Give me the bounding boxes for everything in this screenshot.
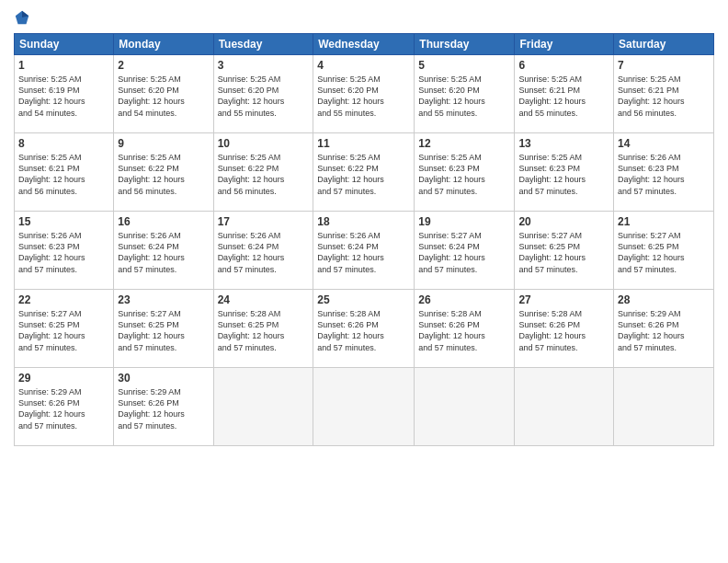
day-info: Sunrise: 5:25 AM Sunset: 6:23 PM Dayligh… [518,152,609,197]
calendar-cell: 28Sunrise: 5:29 AM Sunset: 6:26 PM Dayli… [614,290,714,368]
day-number: 4 [317,58,410,73]
page: SundayMondayTuesdayWednesdayThursdayFrid… [0,0,728,563]
day-info: Sunrise: 5:27 AM Sunset: 6:25 PM Dayligh… [518,230,609,275]
day-info: Sunrise: 5:25 AM Sunset: 6:21 PM Dayligh… [618,74,710,119]
calendar-cell: 21Sunrise: 5:27 AM Sunset: 6:25 PM Dayli… [614,212,714,290]
calendar-cell [213,368,313,446]
day-info: Sunrise: 5:25 AM Sunset: 6:21 PM Dayligh… [518,74,609,119]
calendar-header-monday: Monday [114,34,213,55]
calendar-cell [515,368,614,446]
day-info: Sunrise: 5:27 AM Sunset: 6:25 PM Dayligh… [118,308,209,353]
day-info: Sunrise: 5:25 AM Sunset: 6:22 PM Dayligh… [218,152,310,197]
calendar-cell: 14Sunrise: 5:26 AM Sunset: 6:23 PM Dayli… [614,133,714,212]
day-number: 7 [618,58,710,73]
day-info: Sunrise: 5:27 AM Sunset: 6:25 PM Dayligh… [18,308,109,353]
calendar-cell: 15Sunrise: 5:26 AM Sunset: 6:23 PM Dayli… [15,212,114,290]
calendar-header-tuesday: Tuesday [213,34,313,55]
logo-icon [14,9,30,26]
day-number: 3 [218,58,310,73]
calendar-cell: 18Sunrise: 5:26 AM Sunset: 6:24 PM Dayli… [313,212,415,290]
day-number: 27 [518,293,609,307]
day-info: Sunrise: 5:29 AM Sunset: 6:26 PM Dayligh… [118,386,209,431]
calendar-cell: 2Sunrise: 5:25 AM Sunset: 6:20 PM Daylig… [114,55,213,133]
day-info: Sunrise: 5:26 AM Sunset: 6:24 PM Dayligh… [317,230,410,275]
day-number: 8 [18,136,109,151]
day-info: Sunrise: 5:27 AM Sunset: 6:25 PM Dayligh… [618,230,710,275]
day-info: Sunrise: 5:26 AM Sunset: 6:23 PM Dayligh… [618,152,710,197]
day-info: Sunrise: 5:26 AM Sunset: 6:24 PM Dayligh… [118,230,209,275]
day-info: Sunrise: 5:29 AM Sunset: 6:26 PM Dayligh… [618,308,710,353]
day-number: 12 [418,136,510,151]
day-info: Sunrise: 5:25 AM Sunset: 6:20 PM Dayligh… [317,74,410,119]
day-number: 29 [18,371,109,385]
logo [14,9,34,26]
calendar-week-row: 22Sunrise: 5:27 AM Sunset: 6:25 PM Dayli… [15,290,714,368]
calendar-cell: 3Sunrise: 5:25 AM Sunset: 6:20 PM Daylig… [213,55,313,133]
day-number: 20 [518,214,609,229]
calendar-cell: 7Sunrise: 5:25 AM Sunset: 6:21 PM Daylig… [614,55,714,133]
calendar-cell: 6Sunrise: 5:25 AM Sunset: 6:21 PM Daylig… [515,55,614,133]
day-number: 23 [118,293,209,307]
calendar-cell: 20Sunrise: 5:27 AM Sunset: 6:25 PM Dayli… [515,212,614,290]
calendar-cell: 4Sunrise: 5:25 AM Sunset: 6:20 PM Daylig… [313,55,415,133]
day-number: 16 [118,214,209,229]
calendar-header-thursday: Thursday [415,34,515,55]
calendar-header-row: SundayMondayTuesdayWednesdayThursdayFrid… [15,34,714,55]
calendar-cell [313,368,415,446]
calendar-header-friday: Friday [515,34,614,55]
calendar-cell: 9Sunrise: 5:25 AM Sunset: 6:22 PM Daylig… [114,133,213,212]
calendar-header-saturday: Saturday [614,34,714,55]
calendar-header-sunday: Sunday [15,34,114,55]
calendar-cell [614,368,714,446]
day-number: 10 [218,136,310,151]
day-info: Sunrise: 5:27 AM Sunset: 6:24 PM Dayligh… [418,230,510,275]
day-number: 2 [118,58,209,73]
day-number: 26 [418,293,510,307]
calendar-cell: 17Sunrise: 5:26 AM Sunset: 6:24 PM Dayli… [213,212,313,290]
day-number: 21 [618,214,710,229]
calendar-cell: 25Sunrise: 5:28 AM Sunset: 6:26 PM Dayli… [313,290,415,368]
day-number: 13 [518,136,609,151]
calendar-cell: 29Sunrise: 5:29 AM Sunset: 6:26 PM Dayli… [15,368,114,446]
day-info: Sunrise: 5:26 AM Sunset: 6:23 PM Dayligh… [18,230,109,275]
calendar-cell: 12Sunrise: 5:25 AM Sunset: 6:23 PM Dayli… [415,133,515,212]
day-number: 30 [118,371,209,385]
calendar-week-row: 29Sunrise: 5:29 AM Sunset: 6:26 PM Dayli… [15,368,714,446]
day-info: Sunrise: 5:25 AM Sunset: 6:23 PM Dayligh… [418,152,510,197]
header [14,9,714,26]
day-info: Sunrise: 5:28 AM Sunset: 6:26 PM Dayligh… [317,308,410,353]
day-info: Sunrise: 5:28 AM Sunset: 6:26 PM Dayligh… [418,308,510,353]
day-info: Sunrise: 5:26 AM Sunset: 6:24 PM Dayligh… [218,230,310,275]
calendar-cell: 30Sunrise: 5:29 AM Sunset: 6:26 PM Dayli… [114,368,213,446]
day-number: 14 [618,136,710,151]
calendar-cell: 11Sunrise: 5:25 AM Sunset: 6:22 PM Dayli… [313,133,415,212]
calendar-cell: 26Sunrise: 5:28 AM Sunset: 6:26 PM Dayli… [415,290,515,368]
day-number: 17 [218,214,310,229]
day-number: 1 [18,58,109,73]
day-info: Sunrise: 5:25 AM Sunset: 6:20 PM Dayligh… [218,74,310,119]
day-number: 28 [618,293,710,307]
day-number: 24 [218,293,310,307]
calendar-cell: 13Sunrise: 5:25 AM Sunset: 6:23 PM Dayli… [515,133,614,212]
day-number: 22 [18,293,109,307]
day-number: 15 [18,214,109,229]
calendar-week-row: 1Sunrise: 5:25 AM Sunset: 6:19 PM Daylig… [15,55,714,133]
day-number: 9 [118,136,209,151]
day-info: Sunrise: 5:25 AM Sunset: 6:19 PM Dayligh… [18,74,109,119]
calendar: SundayMondayTuesdayWednesdayThursdayFrid… [14,33,714,446]
calendar-cell: 23Sunrise: 5:27 AM Sunset: 6:25 PM Dayli… [114,290,213,368]
day-number: 6 [518,58,609,73]
day-info: Sunrise: 5:25 AM Sunset: 6:22 PM Dayligh… [118,152,209,197]
calendar-cell: 10Sunrise: 5:25 AM Sunset: 6:22 PM Dayli… [213,133,313,212]
day-number: 11 [317,136,410,151]
day-number: 19 [418,214,510,229]
day-info: Sunrise: 5:28 AM Sunset: 6:26 PM Dayligh… [518,308,609,353]
calendar-cell: 24Sunrise: 5:28 AM Sunset: 6:25 PM Dayli… [213,290,313,368]
calendar-cell: 5Sunrise: 5:25 AM Sunset: 6:20 PM Daylig… [415,55,515,133]
day-info: Sunrise: 5:25 AM Sunset: 6:21 PM Dayligh… [18,152,109,197]
calendar-cell: 19Sunrise: 5:27 AM Sunset: 6:24 PM Dayli… [415,212,515,290]
day-number: 18 [317,214,410,229]
calendar-cell: 16Sunrise: 5:26 AM Sunset: 6:24 PM Dayli… [114,212,213,290]
day-number: 5 [418,58,510,73]
day-info: Sunrise: 5:25 AM Sunset: 6:20 PM Dayligh… [418,74,510,119]
